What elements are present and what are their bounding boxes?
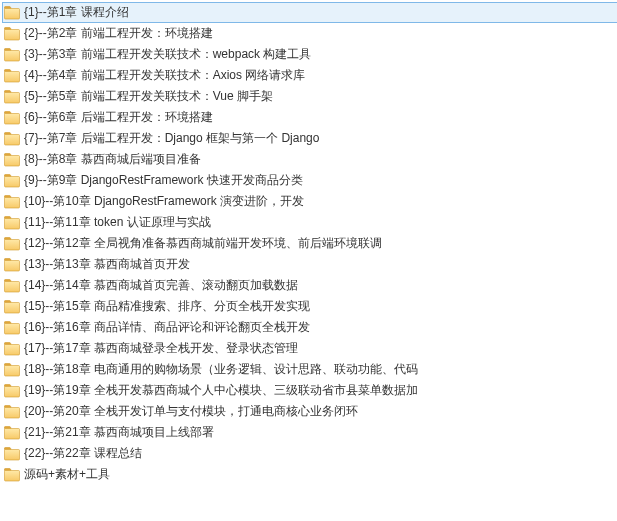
- folder-icon: [4, 69, 20, 83]
- svg-rect-10: [5, 218, 20, 229]
- svg-rect-0: [5, 8, 20, 19]
- folder-item[interactable]: {6}--第6章 后端工程开发：环境搭建: [2, 107, 617, 128]
- folder-label: {19}--第19章 全栈开发慕西商城个人中心模块、三级联动省市县菜单数据加: [24, 380, 418, 401]
- folder-label: {14}--第14章 慕西商城首页完善、滚动翻页加载数据: [24, 275, 298, 296]
- folder-item[interactable]: {14}--第14章 慕西商城首页完善、滚动翻页加载数据: [2, 275, 617, 296]
- folder-item[interactable]: {13}--第13章 慕西商城首页开发: [2, 254, 617, 275]
- svg-rect-19: [5, 407, 20, 418]
- folder-label: {22}--第22章 课程总结: [24, 443, 142, 464]
- folder-label: 源码+素材+工具: [24, 464, 110, 485]
- svg-rect-16: [5, 344, 20, 355]
- folder-label: {8}--第8章 慕西商城后端项目准备: [24, 149, 201, 170]
- folder-list: {1}--第1章 课程介绍{2}--第2章 前端工程开发：环境搭建{3}--第3…: [2, 2, 617, 485]
- folder-item[interactable]: {17}--第17章 慕西商城登录全栈开发、登录状态管理: [2, 338, 617, 359]
- folder-item[interactable]: {15}--第15章 商品精准搜索、排序、分页全栈开发实现: [2, 296, 617, 317]
- folder-label: {1}--第1章 课程介绍: [24, 3, 129, 22]
- svg-rect-11: [5, 239, 20, 250]
- folder-label: {7}--第7章 后端工程开发：Django 框架与第一个 Django: [24, 128, 319, 149]
- svg-rect-13: [5, 281, 20, 292]
- folder-label: {15}--第15章 商品精准搜索、排序、分页全栈开发实现: [24, 296, 310, 317]
- svg-rect-8: [5, 176, 20, 187]
- svg-rect-6: [5, 134, 20, 145]
- svg-rect-20: [5, 428, 20, 439]
- folder-icon: [4, 300, 20, 314]
- folder-item[interactable]: {8}--第8章 慕西商城后端项目准备: [2, 149, 617, 170]
- folder-icon: [4, 363, 20, 377]
- svg-rect-4: [5, 92, 20, 103]
- folder-item[interactable]: {11}--第11章 token 认证原理与实战: [2, 212, 617, 233]
- svg-rect-18: [5, 386, 20, 397]
- folder-icon: [4, 321, 20, 335]
- folder-item[interactable]: {7}--第7章 后端工程开发：Django 框架与第一个 Django: [2, 128, 617, 149]
- folder-label: {12}--第12章 全局视角准备慕西商城前端开发环境、前后端环境联调: [24, 233, 382, 254]
- folder-icon: [4, 468, 20, 482]
- folder-label: {16}--第16章 商品详情、商品评论和评论翻页全栈开发: [24, 317, 310, 338]
- folder-label: {9}--第9章 DjangoRestFramework 快速开发商品分类: [24, 170, 303, 191]
- svg-rect-12: [5, 260, 20, 271]
- folder-item[interactable]: {9}--第9章 DjangoRestFramework 快速开发商品分类: [2, 170, 617, 191]
- folder-icon: [4, 258, 20, 272]
- svg-rect-1: [5, 29, 20, 40]
- folder-item[interactable]: {20}--第20章 全栈开发订单与支付模块，打通电商核心业务闭环: [2, 401, 617, 422]
- folder-label: {2}--第2章 前端工程开发：环境搭建: [24, 23, 213, 44]
- folder-icon: [4, 195, 20, 209]
- folder-item[interactable]: {10}--第10章 DjangoRestFramework 演变进阶，开发: [2, 191, 617, 212]
- folder-label: {20}--第20章 全栈开发订单与支付模块，打通电商核心业务闭环: [24, 401, 358, 422]
- folder-icon: [4, 132, 20, 146]
- svg-rect-15: [5, 323, 20, 334]
- folder-item[interactable]: {12}--第12章 全局视角准备慕西商城前端开发环境、前后端环境联调: [2, 233, 617, 254]
- folder-item[interactable]: {5}--第5章 前端工程开发关联技术：Vue 脚手架: [2, 86, 617, 107]
- folder-item[interactable]: {1}--第1章 课程介绍: [2, 2, 617, 23]
- folder-item[interactable]: {2}--第2章 前端工程开发：环境搭建: [2, 23, 617, 44]
- folder-label: {10}--第10章 DjangoRestFramework 演变进阶，开发: [24, 191, 304, 212]
- svg-rect-9: [5, 197, 20, 208]
- svg-rect-3: [5, 71, 20, 82]
- folder-label: {4}--第4章 前端工程开发关联技术：Axios 网络请求库: [24, 65, 305, 86]
- folder-label: {13}--第13章 慕西商城首页开发: [24, 254, 190, 275]
- folder-icon: [4, 153, 20, 167]
- folder-icon: [4, 48, 20, 62]
- folder-icon: [4, 405, 20, 419]
- folder-icon: [4, 342, 20, 356]
- folder-label: {17}--第17章 慕西商城登录全栈开发、登录状态管理: [24, 338, 298, 359]
- folder-label: {3}--第3章 前端工程开发关联技术：webpack 构建工具: [24, 44, 311, 65]
- folder-item[interactable]: {19}--第19章 全栈开发慕西商城个人中心模块、三级联动省市县菜单数据加: [2, 380, 617, 401]
- folder-icon: [4, 426, 20, 440]
- folder-icon: [4, 279, 20, 293]
- svg-rect-17: [5, 365, 20, 376]
- folder-icon: [4, 237, 20, 251]
- folder-item[interactable]: {16}--第16章 商品详情、商品评论和评论翻页全栈开发: [2, 317, 617, 338]
- svg-rect-14: [5, 302, 20, 313]
- svg-rect-7: [5, 155, 20, 166]
- svg-rect-2: [5, 50, 20, 61]
- folder-icon: [4, 111, 20, 125]
- svg-rect-22: [5, 470, 20, 481]
- folder-icon: [4, 447, 20, 461]
- folder-label: {5}--第5章 前端工程开发关联技术：Vue 脚手架: [24, 86, 273, 107]
- folder-icon: [4, 27, 20, 41]
- folder-item[interactable]: {18}--第18章 电商通用的购物场景（业务逻辑、设计思路、联动功能、代码: [2, 359, 617, 380]
- folder-icon: [4, 216, 20, 230]
- folder-label: {21}--第21章 慕西商城项目上线部署: [24, 422, 214, 443]
- folder-label: {11}--第11章 token 认证原理与实战: [24, 212, 211, 233]
- folder-item[interactable]: {21}--第21章 慕西商城项目上线部署: [2, 422, 617, 443]
- folder-item[interactable]: {22}--第22章 课程总结: [2, 443, 617, 464]
- folder-label: {6}--第6章 后端工程开发：环境搭建: [24, 107, 213, 128]
- folder-item[interactable]: {3}--第3章 前端工程开发关联技术：webpack 构建工具: [2, 44, 617, 65]
- folder-icon: [4, 384, 20, 398]
- folder-item[interactable]: {4}--第4章 前端工程开发关联技术：Axios 网络请求库: [2, 65, 617, 86]
- svg-rect-21: [5, 449, 20, 460]
- folder-icon: [4, 90, 20, 104]
- svg-rect-5: [5, 113, 20, 124]
- folder-label: {18}--第18章 电商通用的购物场景（业务逻辑、设计思路、联动功能、代码: [24, 359, 418, 380]
- folder-icon: [4, 174, 20, 188]
- folder-icon: [4, 6, 20, 20]
- folder-item[interactable]: 源码+素材+工具: [2, 464, 617, 485]
